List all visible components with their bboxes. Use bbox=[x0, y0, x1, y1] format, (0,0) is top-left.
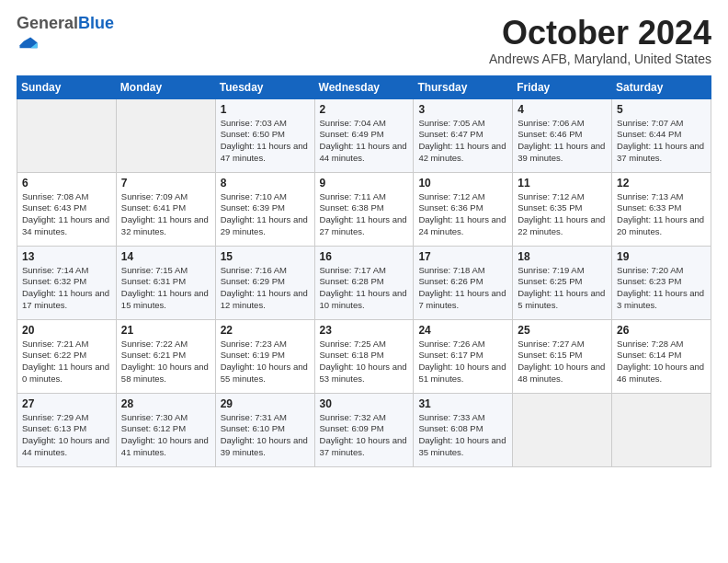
day-info: Sunrise: 7:04 AM Sunset: 6:49 PM Dayligh… bbox=[320, 118, 409, 165]
day-number: 1 bbox=[221, 103, 310, 116]
weekday-header-monday: Monday bbox=[116, 75, 215, 98]
calendar-cell: 25Sunrise: 7:27 AM Sunset: 6:15 PM Dayli… bbox=[513, 319, 612, 393]
day-number: 13 bbox=[22, 250, 111, 263]
calendar-cell: 2Sunrise: 7:04 AM Sunset: 6:49 PM Daylig… bbox=[314, 98, 414, 172]
day-number: 25 bbox=[518, 324, 607, 337]
day-number: 20 bbox=[22, 324, 111, 337]
day-info: Sunrise: 7:12 AM Sunset: 6:35 PM Dayligh… bbox=[518, 191, 607, 238]
day-number: 11 bbox=[518, 177, 607, 190]
day-info: Sunrise: 7:32 AM Sunset: 6:09 PM Dayligh… bbox=[320, 412, 409, 459]
header: GeneralBlue October 2024 Andrews AFB, Ma… bbox=[17, 15, 711, 66]
calendar-title: October 2024 bbox=[489, 15, 711, 52]
day-info: Sunrise: 7:29 AM Sunset: 6:13 PM Dayligh… bbox=[22, 412, 111, 459]
calendar-cell: 17Sunrise: 7:18 AM Sunset: 6:26 PM Dayli… bbox=[414, 246, 513, 319]
day-number: 3 bbox=[418, 103, 507, 116]
day-info: Sunrise: 7:23 AM Sunset: 6:19 PM Dayligh… bbox=[221, 339, 310, 385]
day-number: 26 bbox=[617, 324, 706, 337]
weekday-header-sunday: Sunday bbox=[17, 75, 117, 98]
day-number: 4 bbox=[518, 103, 607, 116]
calendar-cell: 6Sunrise: 7:08 AM Sunset: 6:43 PM Daylig… bbox=[17, 172, 117, 246]
day-number: 24 bbox=[418, 324, 507, 337]
calendar-cell: 9Sunrise: 7:11 AM Sunset: 6:38 PM Daylig… bbox=[314, 172, 414, 246]
day-number: 29 bbox=[221, 397, 310, 410]
logo-icon bbox=[18, 33, 39, 53]
day-number: 5 bbox=[617, 103, 706, 116]
day-info: Sunrise: 7:05 AM Sunset: 6:47 PM Dayligh… bbox=[418, 118, 507, 165]
weekday-header-saturday: Saturday bbox=[612, 75, 711, 98]
day-number: 6 bbox=[22, 177, 111, 190]
weekday-header-wednesday: Wednesday bbox=[314, 75, 414, 98]
title-block: October 2024 Andrews AFB, Maryland, Unit… bbox=[489, 15, 711, 66]
day-info: Sunrise: 7:09 AM Sunset: 6:41 PM Dayligh… bbox=[121, 191, 210, 238]
calendar-cell bbox=[612, 393, 711, 466]
day-number: 30 bbox=[320, 397, 409, 410]
weekday-header-tuesday: Tuesday bbox=[215, 75, 314, 98]
calendar-cell: 18Sunrise: 7:19 AM Sunset: 6:25 PM Dayli… bbox=[513, 246, 612, 319]
day-info: Sunrise: 7:30 AM Sunset: 6:12 PM Dayligh… bbox=[121, 412, 210, 459]
day-info: Sunrise: 7:12 AM Sunset: 6:36 PM Dayligh… bbox=[418, 191, 507, 238]
calendar-cell: 27Sunrise: 7:29 AM Sunset: 6:13 PM Dayli… bbox=[17, 393, 117, 466]
day-number: 22 bbox=[221, 324, 310, 337]
weekday-header-friday: Friday bbox=[513, 75, 612, 98]
calendar-cell: 3Sunrise: 7:05 AM Sunset: 6:47 PM Daylig… bbox=[414, 98, 513, 172]
day-number: 27 bbox=[22, 397, 111, 410]
calendar-cell: 14Sunrise: 7:15 AM Sunset: 6:31 PM Dayli… bbox=[116, 246, 215, 319]
calendar-cell: 28Sunrise: 7:30 AM Sunset: 6:12 PM Dayli… bbox=[116, 393, 215, 466]
day-info: Sunrise: 7:13 AM Sunset: 6:33 PM Dayligh… bbox=[617, 191, 706, 238]
calendar-cell bbox=[513, 393, 612, 466]
day-info: Sunrise: 7:27 AM Sunset: 6:15 PM Dayligh… bbox=[518, 339, 607, 385]
calendar-cell: 29Sunrise: 7:31 AM Sunset: 6:10 PM Dayli… bbox=[215, 393, 314, 466]
calendar-cell: 19Sunrise: 7:20 AM Sunset: 6:23 PM Dayli… bbox=[612, 246, 711, 319]
calendar-cell: 4Sunrise: 7:06 AM Sunset: 6:46 PM Daylig… bbox=[513, 98, 612, 172]
day-number: 7 bbox=[121, 177, 210, 190]
day-number: 15 bbox=[221, 250, 310, 263]
day-number: 14 bbox=[121, 250, 210, 263]
day-number: 18 bbox=[518, 250, 607, 263]
calendar-cell: 8Sunrise: 7:10 AM Sunset: 6:39 PM Daylig… bbox=[215, 172, 314, 246]
day-info: Sunrise: 7:22 AM Sunset: 6:21 PM Dayligh… bbox=[121, 339, 210, 385]
day-info: Sunrise: 7:08 AM Sunset: 6:43 PM Dayligh… bbox=[22, 191, 111, 238]
day-number: 9 bbox=[320, 177, 409, 190]
logo-blue: Blue bbox=[78, 14, 114, 32]
calendar-cell: 7Sunrise: 7:09 AM Sunset: 6:41 PM Daylig… bbox=[116, 172, 215, 246]
calendar-table: SundayMondayTuesdayWednesdayThursdayFrid… bbox=[17, 75, 711, 467]
calendar-cell: 23Sunrise: 7:25 AM Sunset: 6:18 PM Dayli… bbox=[314, 319, 414, 393]
calendar-cell: 13Sunrise: 7:14 AM Sunset: 6:32 PM Dayli… bbox=[17, 246, 117, 319]
day-number: 12 bbox=[617, 177, 706, 190]
day-info: Sunrise: 7:11 AM Sunset: 6:38 PM Dayligh… bbox=[320, 191, 409, 238]
calendar-cell: 30Sunrise: 7:32 AM Sunset: 6:09 PM Dayli… bbox=[314, 393, 414, 466]
day-number: 10 bbox=[418, 177, 507, 190]
week-row-2: 6Sunrise: 7:08 AM Sunset: 6:43 PM Daylig… bbox=[17, 172, 711, 246]
day-info: Sunrise: 7:28 AM Sunset: 6:14 PM Dayligh… bbox=[617, 339, 706, 385]
day-info: Sunrise: 7:18 AM Sunset: 6:26 PM Dayligh… bbox=[418, 265, 507, 312]
day-info: Sunrise: 7:16 AM Sunset: 6:29 PM Dayligh… bbox=[221, 265, 310, 312]
week-row-4: 20Sunrise: 7:21 AM Sunset: 6:22 PM Dayli… bbox=[17, 319, 711, 393]
calendar-cell: 12Sunrise: 7:13 AM Sunset: 6:33 PM Dayli… bbox=[612, 172, 711, 246]
day-number: 19 bbox=[617, 250, 706, 263]
calendar-cell: 15Sunrise: 7:16 AM Sunset: 6:29 PM Dayli… bbox=[215, 246, 314, 319]
day-number: 28 bbox=[121, 397, 210, 410]
day-info: Sunrise: 7:07 AM Sunset: 6:44 PM Dayligh… bbox=[617, 118, 706, 165]
calendar-cell bbox=[17, 98, 117, 172]
calendar-cell: 5Sunrise: 7:07 AM Sunset: 6:44 PM Daylig… bbox=[612, 98, 711, 172]
logo-general: General bbox=[17, 14, 78, 32]
logo: GeneralBlue bbox=[17, 15, 114, 57]
day-number: 23 bbox=[320, 324, 409, 337]
day-number: 17 bbox=[418, 250, 507, 263]
calendar-cell: 22Sunrise: 7:23 AM Sunset: 6:19 PM Dayli… bbox=[215, 319, 314, 393]
week-row-5: 27Sunrise: 7:29 AM Sunset: 6:13 PM Dayli… bbox=[17, 393, 711, 466]
calendar-cell: 24Sunrise: 7:26 AM Sunset: 6:17 PM Dayli… bbox=[414, 319, 513, 393]
day-number: 2 bbox=[320, 103, 409, 116]
week-row-3: 13Sunrise: 7:14 AM Sunset: 6:32 PM Dayli… bbox=[17, 246, 711, 319]
weekday-header-thursday: Thursday bbox=[414, 75, 513, 98]
day-info: Sunrise: 7:20 AM Sunset: 6:23 PM Dayligh… bbox=[617, 265, 706, 312]
day-number: 16 bbox=[320, 250, 409, 263]
weekday-header-row: SundayMondayTuesdayWednesdayThursdayFrid… bbox=[17, 75, 711, 98]
day-number: 8 bbox=[221, 177, 310, 190]
day-info: Sunrise: 7:25 AM Sunset: 6:18 PM Dayligh… bbox=[320, 339, 409, 385]
calendar-cell: 11Sunrise: 7:12 AM Sunset: 6:35 PM Dayli… bbox=[513, 172, 612, 246]
day-number: 21 bbox=[121, 324, 210, 337]
calendar-subtitle: Andrews AFB, Maryland, United States bbox=[489, 52, 711, 66]
calendar-cell: 1Sunrise: 7:03 AM Sunset: 6:50 PM Daylig… bbox=[215, 98, 314, 172]
day-info: Sunrise: 7:14 AM Sunset: 6:32 PM Dayligh… bbox=[22, 265, 111, 312]
